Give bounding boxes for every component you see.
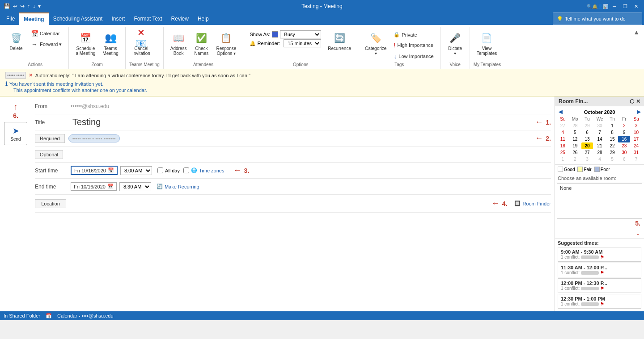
cal-cell[interactable]: 26: [569, 149, 581, 156]
allday-checkbox[interactable]: [157, 167, 163, 173]
body-area[interactable]: [35, 213, 551, 293]
redo-icon[interactable]: ↪: [20, 3, 25, 9]
response-options-btn[interactable]: 📋 ResponseOptions ▾: [213, 29, 239, 58]
end-time-select[interactable]: 8:30 AM 9:00 AM 9:30 AM: [119, 182, 151, 191]
restore-btn[interactable]: ❐: [621, 2, 630, 11]
menu-scheduling[interactable]: Scheduling Assistant: [49, 13, 107, 25]
cal-cell[interactable]: 5: [606, 156, 619, 163]
cal-cell[interactable]: 3: [630, 122, 642, 129]
calendar-btn[interactable]: 📅 Calendar: [28, 29, 65, 38]
cal-cell[interactable]: 22: [606, 142, 619, 149]
cal-cell[interactable]: 24: [630, 142, 642, 149]
cal-cell[interactable]: 6: [618, 156, 630, 163]
menu-file[interactable]: File: [2, 13, 19, 25]
cal-cell[interactable]: 13: [581, 136, 593, 142]
down-icon[interactable]: ↓: [33, 3, 35, 9]
cal-cell[interactable]: 27: [557, 122, 569, 129]
cal-cell[interactable]: 2: [618, 122, 630, 129]
minimize-btn[interactable]: ─: [610, 2, 619, 11]
cal-cell[interactable]: 5: [569, 129, 581, 136]
forward-btn[interactable]: → Forward ▾: [28, 39, 65, 49]
cal-cell[interactable]: 30: [618, 149, 630, 156]
cal-cell[interactable]: 31: [630, 149, 642, 156]
cal-cell[interactable]: 1: [606, 122, 619, 129]
cal-cell[interactable]: 8: [606, 129, 619, 136]
room-finder-link[interactable]: 🔲 Room Finder: [514, 201, 551, 206]
delete-btn[interactable]: 🗑️ Delete: [5, 29, 27, 53]
teams-meeting-btn[interactable]: 👥 TeamsMeeting: [99, 29, 122, 58]
time-slot-0[interactable]: 9:00 AM - 9:30 AM 1 conflict: ⚑: [558, 247, 641, 262]
customize-icon[interactable]: ▾: [38, 3, 41, 9]
cal-cell[interactable]: 21: [593, 142, 606, 149]
menu-search-box[interactable]: 💡 Tell me what you want to do: [553, 13, 642, 25]
room-list[interactable]: None: [557, 183, 642, 219]
optional-button[interactable]: Optional: [35, 150, 63, 159]
timezone-checkbox[interactable]: [183, 167, 189, 173]
undo-icon[interactable]: ↩: [13, 3, 17, 9]
cal-cell[interactable]: 28: [593, 149, 606, 156]
cal-cell[interactable]: 3: [581, 156, 593, 163]
cal-cell[interactable]: 29: [606, 149, 619, 156]
allday-checkbox-label[interactable]: All day: [157, 167, 180, 173]
start-date-input[interactable]: Fri 10/16/2020 📅: [71, 166, 118, 175]
cal-cell[interactable]: 14: [593, 136, 606, 142]
cal-cell[interactable]: 18: [557, 142, 569, 149]
cal-cell[interactable]: 17: [630, 136, 642, 142]
recurrence-btn[interactable]: 🔄 Recurrence: [325, 29, 354, 53]
location-button[interactable]: Location: [35, 199, 66, 208]
rf-popout-icon[interactable]: ⬡: [630, 98, 634, 105]
autoreply-close[interactable]: ✕: [29, 72, 33, 78]
cal-cell[interactable]: 4: [557, 129, 569, 136]
cal-cell-today[interactable]: 20: [581, 142, 593, 149]
cal-cell[interactable]: 9: [618, 129, 630, 136]
menu-review[interactable]: Review: [167, 13, 193, 25]
menu-format[interactable]: Format Text: [129, 13, 166, 25]
timezone-checkbox-label[interactable]: 🌐 Time zones: [183, 167, 224, 173]
make-recurring-btn[interactable]: 🔄 Make Recurring: [157, 184, 199, 189]
categorize-btn[interactable]: 🏷️ Categorize▾: [362, 29, 390, 58]
cal-cell[interactable]: 29: [581, 122, 593, 129]
cal-cell[interactable]: 11: [557, 136, 569, 142]
time-slot-1[interactable]: 11:30 AM - 12:00 P... 1 conflict: ⚑: [558, 263, 641, 277]
high-importance-btn[interactable]: ! High Importance: [390, 40, 436, 50]
menu-help[interactable]: Help: [193, 13, 213, 25]
cal-cell[interactable]: 27: [581, 149, 593, 156]
title-input[interactable]: [71, 116, 535, 128]
cal-cell[interactable]: 28: [569, 122, 581, 129]
check-names-btn[interactable]: ✅ CheckNames: [191, 29, 212, 58]
time-slot-3[interactable]: 12:30 PM - 1:00 PM 1 conflict: ⚑: [558, 294, 641, 309]
send-button[interactable]: ➤ Send: [4, 122, 27, 145]
cal-cell[interactable]: 15: [606, 136, 619, 142]
cal-cell[interactable]: 7: [630, 156, 642, 163]
show-as-select[interactable]: Busy Free Tentative Out of Office: [280, 30, 321, 38]
end-calendar-icon[interactable]: 📅: [107, 184, 114, 189]
save-icon[interactable]: 💾: [4, 3, 10, 9]
dictate-btn[interactable]: 🎤 Dictate▾: [445, 29, 466, 58]
cal-cell-selected[interactable]: 16: [618, 136, 630, 142]
cal-cell[interactable]: 6: [581, 129, 593, 136]
close-btn[interactable]: ✕: [631, 2, 640, 11]
menu-insert[interactable]: Insert: [107, 13, 129, 25]
reminder-select[interactable]: 15 minutes None 5 minutes 30 minutes 1 h…: [284, 39, 321, 47]
start-time-select[interactable]: 8:00 AM 8:30 AM 9:00 AM: [120, 166, 152, 175]
cal-next-btn[interactable]: ▶: [637, 109, 640, 115]
cancel-invitation-btn[interactable]: ✕📧 CancelInvitation: [129, 29, 153, 58]
ribbon-collapse-btn[interactable]: ▲: [631, 28, 641, 37]
up-icon[interactable]: ↑: [27, 3, 30, 9]
cal-cell[interactable]: 2: [569, 156, 581, 163]
cal-cell[interactable]: 30: [593, 122, 606, 129]
cal-cell[interactable]: 4: [593, 156, 606, 163]
low-importance-btn[interactable]: ↓ Low Importance: [390, 51, 436, 61]
rf-close-icon[interactable]: ✕: [636, 98, 640, 105]
cal-cell[interactable]: 1: [557, 156, 569, 163]
cal-cell[interactable]: 19: [569, 142, 581, 149]
end-date-input[interactable]: Fri 10/16/2020 📅: [71, 182, 117, 191]
cal-cell[interactable]: 12: [569, 136, 581, 142]
cal-cell[interactable]: 25: [557, 149, 569, 156]
time-slot-2[interactable]: 12:00 PM - 12:30 P... 1 conflict: ⚑: [558, 278, 641, 293]
view-templates-btn[interactable]: 📄 ViewTemplates: [474, 29, 500, 58]
cal-cell[interactable]: 23: [618, 142, 630, 149]
cal-cell[interactable]: 10: [630, 129, 642, 136]
cal-cell[interactable]: 7: [593, 129, 606, 136]
schedule-meeting-btn[interactable]: 📅 Schedulea Meeting: [72, 29, 98, 58]
